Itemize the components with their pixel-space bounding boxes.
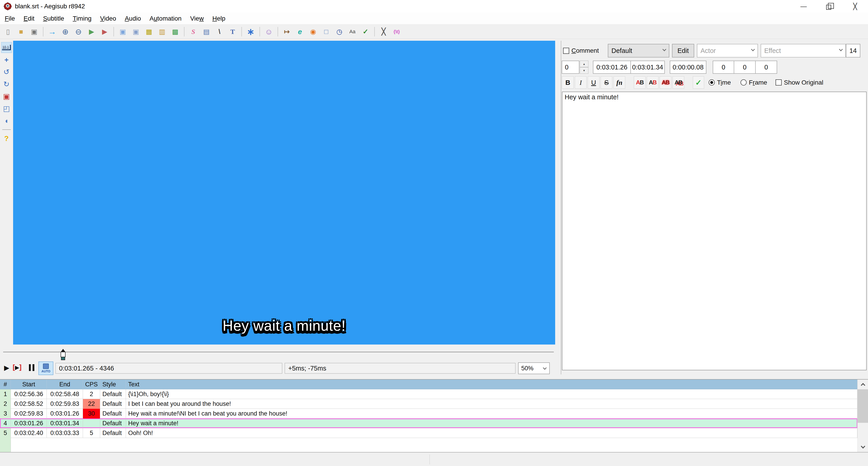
spin-down-button[interactable]: ▼ — [580, 67, 588, 74]
resample-resolution-icon[interactable]: □ — [321, 26, 331, 37]
spin-up-button[interactable]: ▲ — [580, 61, 588, 67]
scrollbar-thumb[interactable] — [858, 389, 868, 423]
menu-audio[interactable]: Audio — [121, 13, 145, 24]
underline-button[interactable]: U — [588, 76, 599, 89]
play-selection-button[interactable]: [▶] — [13, 363, 22, 371]
grid-scrollbar[interactable] — [857, 380, 868, 452]
options-icon[interactable]: ╳ — [378, 26, 389, 37]
strikeout-button[interactable]: S — [600, 76, 612, 89]
menu-timing[interactable]: Timing — [68, 13, 96, 24]
auto-seek-toggle[interactable]: AUTO — [38, 361, 53, 375]
attachments-icon[interactable]: \ — [214, 26, 225, 37]
seek-thumb[interactable] — [60, 349, 66, 361]
duration-input[interactable] — [670, 61, 706, 74]
subtitle-text-editor[interactable]: Hey wait a minute! — [562, 92, 867, 370]
shift-to-current-frame-icon[interactable]: ▥ — [157, 26, 167, 37]
grid-header-cps[interactable]: CPS — [83, 380, 100, 389]
time-radio[interactable] — [709, 79, 715, 86]
subtitle-row-2[interactable]: 20:02:58.520:02:59.8322DefaultI bet I ca… — [0, 399, 857, 409]
font-face-button[interactable]: fn — [614, 76, 625, 89]
grid-header-style[interactable]: Style — [100, 380, 126, 389]
bold-button[interactable]: B — [562, 76, 574, 89]
menu-file[interactable]: File — [0, 13, 19, 24]
jump-to-icon[interactable]: → — [47, 26, 57, 37]
automation-icon[interactable]: ∗ — [246, 26, 256, 37]
effect-input[interactable] — [761, 44, 845, 57]
shift-times-icon[interactable]: ◷ — [334, 26, 344, 37]
snap-end-to-video-icon[interactable]: ▣ — [131, 26, 141, 37]
video-seek-slider[interactable] — [3, 349, 554, 361]
scroll-down-button[interactable] — [858, 442, 868, 452]
close-button[interactable]: ╳ — [842, 0, 868, 13]
comment-checkbox[interactable] — [563, 48, 569, 54]
scale-mode-icon[interactable]: ▣ — [1, 91, 12, 102]
menu-automation[interactable]: Automation — [145, 13, 186, 24]
snap-to-scene-icon[interactable]: ▦ — [144, 26, 154, 37]
zoom-in-icon[interactable]: ⊕ — [60, 26, 70, 37]
pause-button[interactable] — [29, 364, 34, 371]
toggle-tags-icon[interactable]: {\t} — [392, 26, 402, 37]
margin-left-input[interactable] — [713, 61, 734, 74]
style-select[interactable]: Default — [608, 44, 669, 57]
menu-help[interactable]: Help — [208, 13, 230, 24]
styling-assistant-icon[interactable]: ☺ — [264, 26, 274, 37]
shift-frames-icon[interactable]: ↦ — [282, 26, 292, 37]
grid-header-end[interactable]: End — [47, 380, 83, 389]
minimize-button[interactable]: — — [791, 0, 816, 13]
menu-video[interactable]: Video — [96, 13, 121, 24]
open-subtitles-icon[interactable]: ■ — [16, 26, 26, 37]
subtitle-row-5[interactable]: 50:03:02.400:03:03.335DefaultOoh! Oh! — [0, 428, 857, 438]
snap-start-to-video-icon[interactable]: ▣ — [118, 26, 128, 37]
commit-button[interactable]: ✓ — [693, 76, 704, 89]
show-original-checkbox[interactable] — [776, 79, 782, 86]
italic-button[interactable]: I — [575, 76, 587, 89]
main-toolbar: ▯■▣→⊕⊖▶▶▣▣▦▥▩S▤\T∗☺↦e◉□◷Aa✓╳{\t} — [0, 25, 868, 39]
help-icon[interactable]: ? — [1, 133, 12, 144]
rotate-xy-icon[interactable]: ↻ — [1, 79, 12, 90]
outline-color-button[interactable]: AB — [659, 76, 671, 89]
play-button[interactable]: ▶ — [4, 364, 9, 372]
subtitle-row-3[interactable]: 30:02:59.830:03:01.2630DefaultHey wait a… — [0, 409, 857, 418]
primary-color-button[interactable]: AB — [634, 76, 646, 89]
subtitle-row-4[interactable]: 40:03:01.260:03:01.34DefaultHey wait a m… — [0, 418, 857, 428]
select-visible-lines-icon[interactable]: ▩ — [170, 26, 180, 37]
rotate-z-icon[interactable]: ↺ — [1, 66, 12, 77]
grid-header-start[interactable]: Start — [11, 380, 47, 389]
jump-video-to-end-icon[interactable]: ▶ — [99, 26, 110, 37]
standard-mode-icon[interactable]: 10,1 — [1, 42, 12, 53]
fonts-collector-icon[interactable]: T — [227, 26, 238, 37]
restore-button[interactable] — [816, 0, 842, 13]
properties-icon[interactable]: ▤ — [201, 26, 212, 37]
spell-checker-icon[interactable]: ✓ — [360, 26, 371, 37]
jump-video-to-start-icon[interactable]: ▶ — [86, 26, 97, 37]
select-lines-icon[interactable]: Aa — [347, 26, 358, 37]
shadow-color-button[interactable]: AB — [673, 76, 684, 89]
actor-input[interactable] — [698, 44, 757, 57]
frame-radio[interactable] — [741, 79, 747, 86]
menu-edit[interactable]: Edit — [19, 13, 39, 24]
end-time-input[interactable] — [630, 61, 665, 74]
margin-vertical-input[interactable] — [755, 61, 777, 74]
seek-groove[interactable] — [3, 352, 554, 353]
scroll-up-button[interactable] — [858, 380, 868, 389]
margin-right-input[interactable] — [734, 61, 756, 74]
layer-input[interactable] — [562, 61, 579, 74]
secondary-color-button[interactable]: AB — [647, 76, 658, 89]
new-subtitles-icon[interactable]: ▯ — [3, 26, 13, 37]
rectangular-clip-icon[interactable]: ◰ — [1, 103, 12, 114]
grid-header-text[interactable]: Text — [126, 380, 857, 389]
drag-mode-icon[interactable]: + — [1, 54, 12, 65]
menu-subtitle[interactable]: Subtitle — [39, 13, 68, 24]
subtitle-row-1[interactable]: 10:02:56.360:02:58.482Default{\i1}Oh, bo… — [0, 389, 857, 399]
vector-clip-icon[interactable]: ◖ — [1, 115, 12, 126]
video-zoom-select[interactable]: 50% — [518, 362, 550, 374]
kanji-timer-icon[interactable]: ◉ — [308, 26, 318, 37]
zoom-out-icon[interactable]: ⊖ — [73, 26, 84, 37]
styles-manager-icon[interactable]: S — [188, 26, 198, 37]
grid-header-num[interactable]: # — [0, 380, 11, 389]
save-subtitles-icon[interactable]: ▣ — [29, 26, 39, 37]
menu-view[interactable]: View — [186, 13, 208, 24]
translation-assistant-icon[interactable]: e — [295, 26, 305, 37]
start-time-input[interactable] — [593, 61, 631, 74]
style-edit-button[interactable]: Edit — [672, 44, 694, 57]
